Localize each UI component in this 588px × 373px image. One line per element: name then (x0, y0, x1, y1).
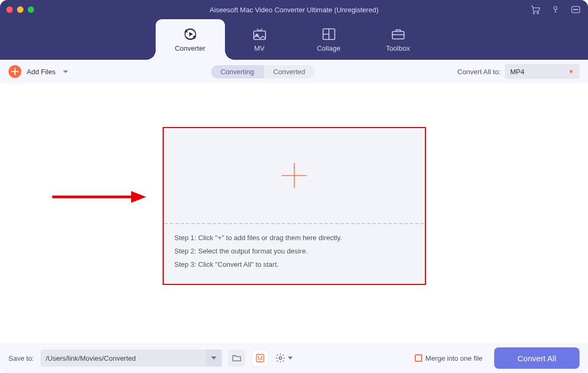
gpu-acceleration-button[interactable]: ON (252, 350, 269, 367)
merge-checkbox[interactable]: Merge into one file (415, 354, 482, 362)
plus-icon (9, 65, 21, 78)
add-files-dropdown-toggle[interactable] (63, 70, 68, 73)
big-plus-icon (280, 161, 309, 190)
checkbox-icon (415, 354, 422, 362)
svg-rect-14 (392, 31, 404, 39)
add-files-label: Add Files (27, 68, 55, 76)
status-segmented: Converting Converted (211, 65, 315, 78)
drop-zone[interactable]: Step 1: Click "+" to add files or drag t… (163, 127, 426, 285)
chevron-down-icon (288, 356, 293, 360)
tab-converter[interactable]: Converter (156, 19, 225, 60)
collage-icon (321, 27, 337, 41)
main-content: Step 1: Click "+" to add files or drag t… (0, 83, 588, 343)
svg-marker-23 (288, 356, 293, 359)
tab-label: Converter (175, 44, 205, 52)
chevron-down-icon: ▼ (568, 68, 574, 75)
tab-toolbox[interactable]: Toolbox (364, 19, 433, 60)
annotation-arrow (51, 189, 147, 205)
convert-all-button[interactable]: Convert All (494, 347, 579, 369)
converter-icon (182, 27, 198, 41)
tab-label: Toolbox (386, 44, 410, 52)
step-2-text: Step 2: Select the output format you des… (174, 247, 414, 255)
gear-icon (275, 353, 286, 363)
save-path-value: /Users/link/Movies/Converted (41, 354, 206, 362)
toolbar: Add Files Converting Converted Convert A… (0, 60, 588, 83)
settings-button[interactable] (275, 353, 293, 363)
toolbox-icon (390, 27, 406, 41)
tab-label: Collage (317, 44, 340, 52)
tab-collage[interactable]: Collage (294, 19, 364, 60)
mv-icon (252, 27, 268, 41)
add-files-button[interactable]: Add Files (9, 65, 55, 78)
segment-converting[interactable]: Converting (211, 65, 264, 78)
svg-marker-16 (131, 191, 146, 203)
save-to-label: Save to: (9, 354, 34, 362)
svg-point-22 (279, 357, 281, 360)
save-path-dropdown[interactable] (206, 350, 222, 367)
window-title: Aiseesoft Mac Video Converter Ultimate (… (0, 6, 588, 14)
output-format-value: MP4 (510, 68, 525, 76)
open-folder-button[interactable] (228, 350, 245, 367)
svg-point-20 (257, 356, 259, 358)
titlebar: Aiseesoft Mac Video Converter Ultimate (… (0, 0, 588, 19)
output-format-select[interactable]: MP4 ▼ (505, 64, 579, 79)
step-3-text: Step 3: Click "Convert All" to start. (174, 260, 414, 268)
tab-mv[interactable]: MV (225, 19, 294, 60)
convert-all-to-label: Convert All to: (457, 68, 501, 76)
svg-marker-17 (211, 356, 216, 360)
main-tabs: Converter MV Collage Toolbox (0, 19, 588, 60)
save-path-field[interactable]: /Users/link/Movies/Converted (41, 350, 222, 367)
segment-converted[interactable]: Converted (264, 65, 315, 78)
merge-label: Merge into one file (425, 354, 482, 362)
svg-point-21 (261, 356, 262, 358)
step-1-text: Step 1: Click "+" to add files or drag t… (174, 234, 414, 242)
tab-label: MV (254, 44, 265, 52)
svg-text:ON: ON (257, 358, 262, 361)
svg-marker-10 (189, 32, 193, 36)
footer: Save to: /Users/link/Movies/Converted ON… (0, 343, 588, 373)
